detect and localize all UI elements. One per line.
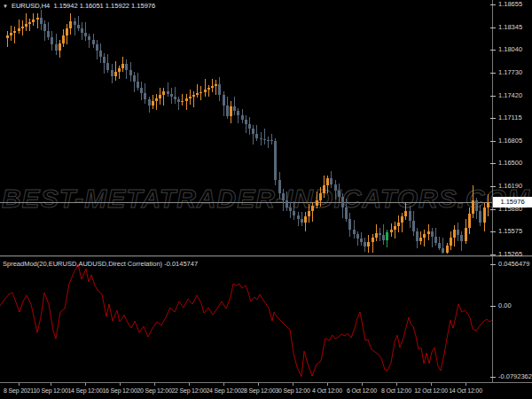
- time-tick-mark: [51, 383, 51, 386]
- time-axis[interactable]: 8 Sep 202110 Sep 12:0014 Sep 12:0016 Sep…: [0, 383, 532, 399]
- candle-body: [125, 64, 128, 70]
- candle-body: [226, 106, 229, 116]
- time-tick-label: 16 Sep 12:00: [102, 387, 137, 394]
- candle-body: [223, 95, 225, 106]
- candle-body: [185, 98, 188, 101]
- spreadmod-line: [0, 264, 493, 376]
- candle-body: [316, 200, 318, 206]
- time-tick-label: 14 Sep 12:00: [67, 387, 102, 394]
- candle-body: [390, 230, 393, 232]
- candle-body: [114, 72, 117, 76]
- price-tick-mark: [490, 163, 496, 164]
- candle-body: [353, 230, 356, 234]
- mt4-chart-window: BEST-METATRADER-INDICATORS.COM ▼EURUSD,H…: [0, 0, 532, 399]
- candle-body: [375, 233, 378, 238]
- candle-body: [25, 24, 27, 27]
- candle-body: [442, 248, 444, 253]
- candle-body: [248, 124, 251, 129]
- candle-body: [367, 242, 370, 246]
- candle-body: [196, 93, 199, 95]
- time-tick-mark: [189, 383, 190, 386]
- candle-body: [40, 18, 43, 24]
- candle-body: [144, 93, 146, 99]
- candle-body: [200, 92, 202, 93]
- candle-body: [278, 180, 281, 193]
- price-tick-label: 1.18655: [498, 0, 522, 9]
- time-tick-mark: [223, 383, 224, 386]
- candlestick-canvas[interactable]: [0, 0, 493, 257]
- candle-body: [84, 33, 87, 36]
- price-tick-mark: [490, 73, 496, 74]
- candle-body: [140, 88, 143, 93]
- candle-body: [394, 226, 396, 230]
- time-tick-label: 28 Sep 12:00: [240, 387, 275, 394]
- price-tick-label: 1.16500: [498, 159, 522, 168]
- candle-body: [267, 140, 270, 141]
- price-tick-label: 1.17115: [498, 113, 522, 122]
- price-tick-label: 1.15575: [498, 227, 522, 236]
- price-tick-mark: [490, 209, 496, 210]
- candle-body: [211, 86, 214, 88]
- time-tick-label: 12 Oct 12:00: [414, 387, 448, 394]
- candle-body: [13, 31, 16, 33]
- indicator-subwindow[interactable]: SpreadMod(20,EURUSD,AUDUSD,Direct Correl…: [0, 257, 493, 382]
- candle-body: [364, 242, 366, 246]
- candle-body: [282, 193, 285, 200]
- candle-body: [404, 211, 407, 216]
- indicator-line-canvas[interactable]: [0, 257, 493, 382]
- candle-body: [74, 21, 76, 25]
- candle-body: [427, 231, 430, 234]
- candle-body: [304, 216, 307, 223]
- candle-body: [301, 219, 303, 223]
- candle-body: [174, 97, 176, 99]
- candle-body: [356, 234, 359, 239]
- candle-body: [382, 235, 385, 240]
- candle-body: [167, 91, 169, 94]
- candle-body: [106, 63, 109, 70]
- candle-body: [401, 216, 403, 223]
- candle-body: [230, 106, 232, 116]
- price-axis[interactable]: 1.15976 1.186551.183451.180401.177301.17…: [493, 0, 532, 382]
- candle-body: [341, 197, 344, 207]
- candle-body: [434, 237, 437, 243]
- candle-body: [21, 27, 24, 28]
- candle-body: [330, 178, 332, 184]
- candle-body: [483, 207, 486, 223]
- current-price-box: 1.15976: [493, 197, 532, 207]
- candle-body: [162, 91, 165, 95]
- candle-body: [192, 95, 195, 97]
- candle-body: [69, 21, 72, 28]
- candle-body: [204, 90, 207, 92]
- candle-body: [103, 57, 106, 63]
- candle-body: [286, 200, 288, 207]
- candle-body: [289, 207, 292, 211]
- price-tick-label: 1.17730: [498, 68, 522, 77]
- candle-body: [129, 70, 132, 75]
- candle-body: [152, 101, 154, 106]
- candle-body: [233, 106, 236, 111]
- price-tick-label: 1.17420: [498, 91, 522, 100]
- time-tick-label: 20 Sep 12:00: [137, 387, 171, 394]
- candle-body: [479, 211, 481, 223]
- candle-body: [379, 233, 381, 235]
- indicator-tick-label: -0.0792362: [498, 372, 532, 381]
- price-tick-mark: [490, 96, 496, 97]
- candle-body: [338, 191, 340, 197]
- candle-body: [326, 178, 329, 185]
- candle-body: [465, 228, 467, 241]
- chart-marker-icon: ▼: [3, 4, 8, 9]
- indicator-header: SpreadMod(20,EURUSD,AUDUSD,Direct Correl…: [3, 260, 198, 268]
- candle-body: [207, 88, 210, 90]
- candle-body: [96, 44, 98, 51]
- candle-body: [270, 140, 273, 141]
- candle-body: [59, 43, 61, 51]
- candle-body: [10, 33, 12, 35]
- price-tick-mark: [490, 118, 496, 119]
- indicator-tick-mark: [490, 377, 496, 378]
- candle-body: [423, 234, 426, 238]
- time-tick-label: 8 Sep 2021: [4, 387, 34, 394]
- candle-body: [155, 98, 158, 101]
- candle-body: [189, 97, 192, 98]
- price-tick-label: 1.18345: [498, 23, 522, 32]
- main-price-chart[interactable]: BEST-METATRADER-INDICATORS.COM ▼EURUSD,H…: [0, 0, 493, 257]
